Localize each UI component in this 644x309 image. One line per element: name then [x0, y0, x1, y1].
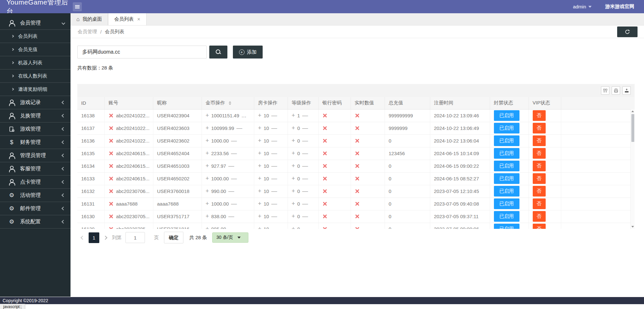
ban-status-button[interactable]: 已启用 — [494, 123, 519, 133]
vip-status-button[interactable]: 否 — [533, 186, 546, 197]
sidebar-item-invite-reward-detail[interactable]: 邀请奖励明细 — [0, 83, 71, 96]
plus-icon[interactable]: + — [206, 213, 209, 219]
vip-status-button[interactable]: 否 — [533, 161, 546, 171]
minus-icon[interactable]: — — [271, 137, 277, 144]
sidebar-group-exchange-management[interactable]: 兑换管理 — [0, 109, 71, 123]
plus-icon[interactable]: + — [292, 175, 295, 182]
plus-icon[interactable]: + — [206, 175, 209, 182]
vip-status-button[interactable]: 否 — [533, 224, 546, 229]
edit-realtime-value-icon[interactable] — [355, 138, 360, 143]
plus-icon[interactable]: + — [292, 188, 295, 194]
sidebar-group-customer-service[interactable]: 客服管理 — [0, 162, 71, 176]
minus-icon[interactable]: — — [271, 175, 277, 182]
scroll-up-icon[interactable] — [631, 111, 634, 112]
sidebar-group-member-management[interactable]: 会员管理 — [0, 16, 71, 30]
sidebar-group-game-management[interactable]: 游戏管理 — [0, 123, 71, 136]
plus-icon[interactable]: + — [258, 150, 262, 156]
edit-account-icon[interactable] — [109, 189, 114, 194]
official-site-link[interactable]: 游米游戏官网 — [605, 4, 634, 10]
sidebar-group-game-records[interactable]: 游戏记录 — [0, 96, 71, 109]
vip-status-button[interactable]: 否 — [533, 211, 546, 222]
plus-icon[interactable]: + — [206, 163, 209, 169]
ban-status-button[interactable]: 已启用 — [494, 161, 519, 171]
edit-account-icon[interactable] — [109, 176, 114, 181]
scrollbar-thumb[interactable] — [631, 114, 634, 142]
minus-icon[interactable]: — — [271, 226, 277, 229]
search-input[interactable] — [77, 46, 207, 59]
edit-bank-password-icon[interactable] — [322, 164, 327, 168]
edit-bank-password-icon[interactable] — [322, 176, 327, 181]
plus-icon[interactable]: + — [292, 137, 295, 144]
sidebar-item-member-recharge[interactable]: 会员充值 — [0, 43, 71, 56]
minus-icon[interactable]: — — [271, 163, 277, 169]
edit-realtime-value-icon[interactable] — [355, 189, 360, 194]
minus-icon[interactable]: — — [302, 226, 308, 229]
minus-icon[interactable]: — — [302, 150, 308, 156]
minus-icon[interactable]: — — [231, 150, 237, 156]
edit-realtime-value-icon[interactable] — [355, 126, 360, 131]
minus-icon[interactable]: — — [302, 175, 308, 182]
minus-icon[interactable]: — — [302, 125, 308, 131]
vip-status-button[interactable]: 否 — [533, 110, 546, 121]
search-button[interactable] — [209, 46, 227, 59]
sidebar-item-online-count-list[interactable]: 在线人数列表 — [0, 69, 71, 83]
plus-icon[interactable]: + — [258, 200, 262, 207]
prev-page-icon[interactable] — [81, 236, 85, 240]
ban-status-button[interactable]: 已启用 — [494, 211, 519, 222]
plus-icon[interactable]: + — [206, 150, 209, 156]
minus-icon[interactable]: — — [302, 163, 308, 169]
vip-status-button[interactable]: 否 — [533, 173, 546, 184]
edit-bank-password-icon[interactable] — [322, 214, 327, 219]
minus-icon[interactable]: — — [271, 150, 277, 156]
vip-status-button[interactable]: 否 — [533, 123, 546, 133]
close-icon[interactable]: × — [137, 16, 140, 22]
page-jump-input[interactable] — [126, 232, 145, 243]
current-page[interactable]: 1 — [89, 232, 99, 243]
edit-bank-password-icon[interactable] — [322, 126, 327, 131]
plus-icon[interactable]: + — [258, 112, 262, 119]
plus-icon[interactable]: + — [206, 137, 209, 144]
next-page-icon[interactable] — [103, 236, 107, 240]
minus-icon[interactable]: — — [271, 213, 277, 219]
edit-account-icon[interactable] — [109, 113, 114, 118]
table-scrollbar[interactable] — [630, 109, 635, 229]
edit-realtime-value-icon[interactable] — [355, 201, 360, 206]
edit-realtime-value-icon[interactable] — [355, 164, 360, 168]
plus-icon[interactable]: + — [292, 213, 295, 219]
ban-status-button[interactable]: 已启用 — [494, 186, 519, 197]
scroll-down-icon[interactable] — [631, 226, 634, 228]
minus-icon[interactable]: — — [228, 226, 234, 229]
ban-status-button[interactable]: 已启用 — [494, 198, 519, 209]
export-button[interactable] — [622, 86, 631, 95]
edit-realtime-value-icon[interactable] — [355, 227, 360, 229]
sidebar-item-member-list[interactable]: 会员列表 — [0, 30, 71, 43]
tab-member-list[interactable]: 会员列表 × — [108, 13, 146, 25]
confirm-button[interactable]: 确定 — [164, 232, 183, 243]
edit-account-icon[interactable] — [109, 214, 114, 219]
vip-status-button[interactable]: 否 — [533, 148, 546, 159]
minus-icon[interactable]: — — [228, 188, 234, 194]
print-button[interactable] — [612, 86, 620, 95]
breadcrumb-parent[interactable]: 会员管理 — [78, 29, 97, 35]
plus-icon[interactable]: + — [258, 226, 262, 229]
col-coin-ops[interactable]: 金币操作 — [202, 97, 254, 109]
sidebar-group-admin-management[interactable]: 管理员管理 — [0, 149, 71, 162]
plus-icon[interactable]: + — [258, 188, 262, 194]
edit-account-icon[interactable] — [109, 201, 114, 206]
plus-icon[interactable]: + — [258, 163, 262, 169]
edit-account-icon[interactable] — [109, 151, 114, 156]
edit-realtime-value-icon[interactable] — [355, 113, 360, 118]
vip-status-button[interactable]: 否 — [533, 198, 546, 209]
minus-icon[interactable]: — — [302, 188, 308, 194]
minus-icon[interactable]: — — [231, 200, 237, 207]
edit-realtime-value-icon[interactable] — [355, 214, 360, 219]
sidebar-group-finance-management[interactable]: $ 财务管理 — [0, 136, 71, 149]
minus-icon[interactable]: — — [231, 137, 237, 144]
plus-icon[interactable]: + — [292, 125, 295, 131]
minus-icon[interactable]: ... — [242, 112, 246, 119]
plus-icon[interactable]: + — [206, 125, 209, 131]
minus-icon[interactable]: — — [302, 200, 308, 207]
edit-bank-password-icon[interactable] — [322, 151, 327, 156]
minus-icon[interactable]: — — [302, 213, 308, 219]
sidebar-group-system-config[interactable]: ⚙ 系统配置 — [0, 215, 71, 229]
